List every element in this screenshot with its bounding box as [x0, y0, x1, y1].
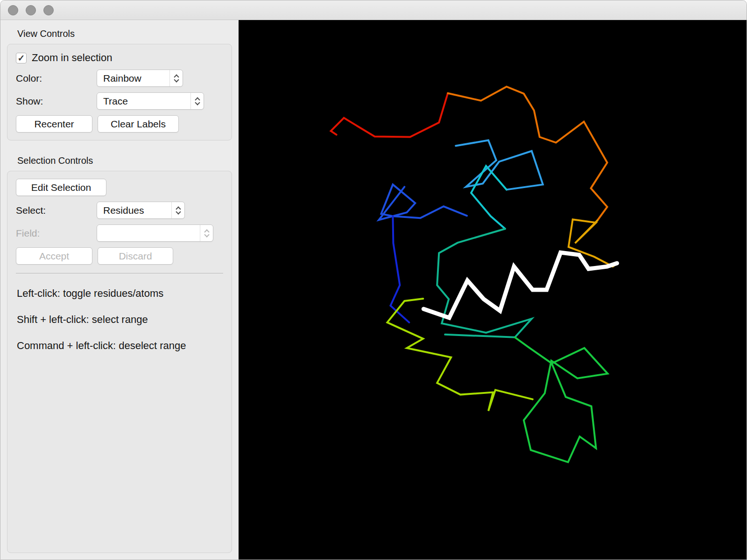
show-select[interactable]: Trace: [97, 92, 204, 110]
help-command-left-click: Command + left-click: deselect range: [17, 340, 223, 352]
divider: [16, 273, 223, 273]
trace-segment-blue: [379, 184, 467, 220]
recenter-button[interactable]: Recenter: [16, 115, 92, 133]
zoom-button[interactable]: [43, 5, 54, 15]
close-button[interactable]: [8, 5, 18, 15]
select-mode-value: Residues: [103, 205, 171, 216]
show-select-value: Trace: [103, 96, 190, 107]
trace-segment-selected-residues: [423, 252, 617, 318]
stepper-icon: [169, 70, 183, 86]
trace-segment-orange: [448, 87, 607, 221]
color-label: Color:: [16, 73, 97, 84]
trace-segment-teal: [437, 229, 532, 337]
stepper-icon: [171, 202, 184, 218]
sidebar: View Controls ✓ Zoom in selection Color:…: [0, 20, 239, 560]
trace-segment-red: [331, 93, 448, 137]
stepper-icon: [200, 225, 213, 241]
trace-segment-green: [515, 337, 608, 462]
select-mode-select[interactable]: Residues: [97, 202, 185, 219]
selection-controls-group: Edit Selection Select: Residues Field:: [7, 171, 232, 553]
zoom-in-selection-label: Zoom in selection: [32, 52, 112, 64]
selection-controls-title: Selection Controls: [17, 155, 232, 166]
discard-button[interactable]: Discard: [98, 247, 173, 265]
help-shift-left-click: Shift + left-click: select range: [17, 314, 223, 326]
molecule-viewport[interactable]: [239, 20, 747, 560]
color-select[interactable]: Rainbow: [97, 70, 183, 87]
trace-segment-yellow-green: [387, 299, 532, 411]
accept-button[interactable]: Accept: [16, 247, 92, 265]
clear-labels-button[interactable]: Clear Labels: [98, 115, 179, 133]
molecule-trace[interactable]: [239, 20, 747, 560]
show-label: Show:: [16, 96, 97, 107]
help-left-click: Left-click: toggle residues/atoms: [17, 287, 223, 300]
edit-selection-button[interactable]: Edit Selection: [16, 179, 106, 196]
zoom-in-selection-checkbox[interactable]: ✓: [16, 53, 27, 63]
checkmark-icon: ✓: [18, 53, 25, 63]
view-controls-group: ✓ Zoom in selection Color: Rainbow: [7, 44, 232, 140]
title-bar: [0, 0, 747, 20]
trace-segment-gold: [569, 219, 616, 266]
minimize-button[interactable]: [26, 5, 36, 15]
color-select-value: Rainbow: [103, 73, 169, 84]
view-controls-title: View Controls: [17, 28, 232, 39]
app-window: View Controls ✓ Zoom in selection Color:…: [0, 0, 747, 560]
select-label: Select:: [16, 205, 97, 216]
field-select[interactable]: [97, 224, 213, 242]
main-area: View Controls ✓ Zoom in selection Color:…: [0, 20, 747, 560]
field-label: Field:: [16, 228, 97, 239]
stepper-icon: [190, 93, 204, 109]
